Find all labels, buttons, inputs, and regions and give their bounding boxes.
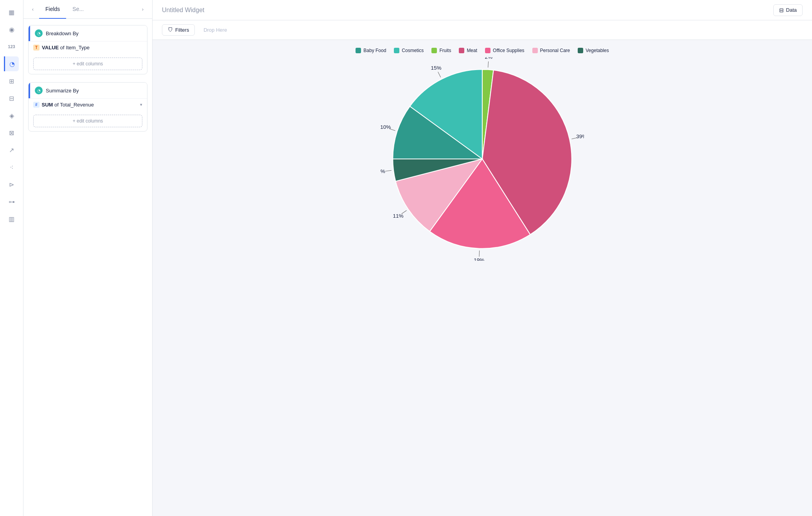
legend-label-fruits: Fruits [439, 48, 451, 53]
data-btn-label: Data [786, 7, 797, 13]
legend-color-personal-care [532, 48, 538, 53]
summarize-edit-columns[interactable]: + edit columns [33, 115, 142, 127]
legend-item-baby-food: Baby Food [356, 48, 386, 53]
breakdown-field-name: VALUE of Item_Type [42, 45, 90, 51]
legend-color-fruits [431, 48, 437, 53]
grid-icon[interactable]: ⊠ [4, 125, 19, 140]
pie-label-fruits: 2% [485, 57, 493, 60]
tab-settings[interactable]: Se... [66, 0, 90, 19]
summarize-field-row[interactable]: # SUM of Total_Revenue ▾ [29, 98, 147, 111]
tab-fields[interactable]: Fields [39, 0, 66, 19]
legend-label-office-supplies: Office Supplies [493, 48, 525, 53]
chart-circle-icon[interactable]: ◉ [4, 22, 19, 37]
legend-item-fruits: Fruits [431, 48, 451, 53]
pie-leader-5 [402, 211, 407, 214]
legend-label-vegetables: Vegetables [586, 48, 609, 53]
widget-title: Untitled Widget [162, 7, 205, 14]
table-icon[interactable]: ⊞ [4, 74, 19, 88]
fields-body: ◔ Breakdown By T VALUE of Item_Type + ed… [23, 19, 152, 138]
pie-leader-6 [385, 170, 391, 171]
filter-label: Filters [175, 27, 189, 33]
pie-label-meat: 39% [576, 134, 584, 139]
legend-color-cosmetics [394, 48, 399, 53]
legend-item-vegetables: Vegetables [578, 48, 609, 53]
legend-label-cosmetics: Cosmetics [402, 48, 424, 53]
breakdown-title: Breakdown By [46, 31, 79, 36]
legend-color-vegetables [578, 48, 583, 53]
field-tag-t: T [33, 45, 40, 51]
field-dropdown-arrow[interactable]: ▾ [140, 102, 142, 107]
main-area: Untitled Widget ⊟ Data ⛉ Filters Drop He… [153, 0, 812, 516]
funnel-icon[interactable]: ⊳ [4, 177, 19, 192]
chart-area: Baby Food Cosmetics Fruits Meat Office S… [153, 40, 812, 516]
breakdown-header: ◔ Breakdown By [29, 25, 147, 41]
icon-bar: ▦ ◉ 123 ◔ ⊞ ⊟ ◈ ⊠ ↗ ⁖ ⊳ ⊶ ▥ [0, 0, 23, 516]
legend-label-baby-food: Baby Food [363, 48, 386, 53]
map-icon[interactable]: ◈ [4, 108, 19, 123]
summarize-icon: ◔ [35, 87, 43, 94]
data-icon: ⊟ [779, 7, 784, 13]
fields-panel-tabs: Fields Se... [39, 0, 137, 19]
pie-label-cosmetics: 15% [431, 65, 441, 71]
summarize-field-name: SUM of Total_Revenue [42, 102, 94, 108]
breakdown-icon: ◔ [35, 29, 43, 37]
mixed-chart-icon[interactable]: ⊶ [4, 194, 19, 209]
fields-panel: ‹ Fields Se... › ◔ Breakdown By T VALUE … [23, 0, 153, 516]
filter-icon: ⛉ [168, 27, 173, 33]
field-tag-hash: # [33, 102, 40, 108]
breakdown-field-row[interactable]: T VALUE of Item_Type [29, 41, 147, 54]
main-header: Untitled Widget ⊟ Data [153, 0, 812, 20]
pie-label-baby-food: 10% [381, 124, 391, 130]
pie-chart-container: 10%15%2%39%19%11%4% [381, 57, 584, 261]
pie-chart-icon[interactable]: ◔ [4, 56, 19, 71]
fields-panel-header: ‹ Fields Se... › [23, 0, 152, 19]
filter-bar: ⛉ Filters Drop Here [153, 20, 812, 40]
chart-legend: Baby Food Cosmetics Fruits Meat Office S… [356, 48, 609, 53]
legend-color-meat [459, 48, 464, 53]
number-icon[interactable]: 123 [4, 39, 19, 54]
pivot-icon[interactable]: ⊟ [4, 91, 19, 106]
filter-button[interactable]: ⛉ Filters [162, 24, 195, 36]
data-button[interactable]: ⊟ Data [773, 4, 803, 16]
summarize-section: ◔ Summarize By # SUM of Total_Revenue ▾ … [28, 82, 147, 132]
pie-label-office-supplies: 19% [474, 257, 484, 261]
prev-arrow[interactable]: ‹ [28, 5, 38, 14]
summarize-header: ◔ Summarize By [29, 83, 147, 98]
legend-label-meat: Meat [467, 48, 477, 53]
pie-label-vegetables: 4% [381, 168, 385, 174]
legend-item-office-supplies: Office Supplies [485, 48, 525, 53]
chart-line-icon[interactable]: ↗ [4, 143, 19, 157]
chart-bar-icon[interactable]: ▦ [4, 5, 19, 20]
breakdown-section: ◔ Breakdown By T VALUE of Item_Type + ed… [28, 25, 147, 74]
pie-leader-1 [438, 72, 441, 78]
scatter-icon[interactable]: ⁖ [4, 160, 19, 175]
legend-label-personal-care: Personal Care [540, 48, 570, 53]
next-arrow[interactable]: › [138, 5, 147, 14]
pie-leader-2 [488, 61, 489, 68]
breakdown-edit-columns[interactable]: + edit columns [33, 58, 142, 70]
legend-color-baby-food [356, 48, 361, 53]
legend-item-meat: Meat [459, 48, 477, 53]
legend-item-personal-care: Personal Care [532, 48, 570, 53]
legend-item-cosmetics: Cosmetics [394, 48, 424, 53]
bar-chart2-icon[interactable]: ▥ [4, 211, 19, 226]
drop-here: Drop Here [199, 25, 231, 35]
legend-color-office-supplies [485, 48, 490, 53]
pie-chart-svg: 10%15%2%39%19%11%4% [381, 57, 584, 261]
summarize-title: Summarize By [46, 88, 79, 94]
